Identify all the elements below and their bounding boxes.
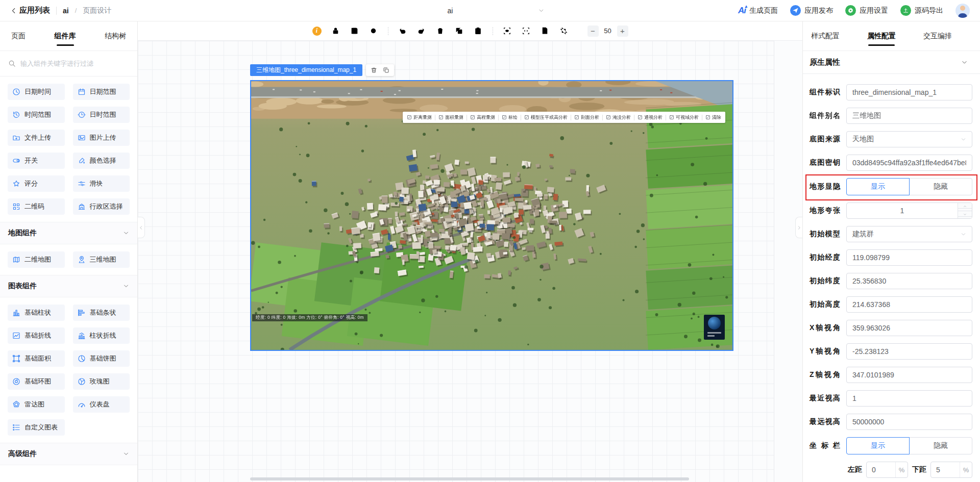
component-item-基础环图[interactable]: 基础环图	[8, 373, 65, 390]
初始模型-select[interactable]: 建筑群	[846, 226, 972, 242]
component-item-时间范围[interactable]: 时间范围	[8, 107, 65, 123]
component-item-自定义图表[interactable]: 自定义图表	[8, 419, 65, 436]
crop-icon[interactable]	[559, 27, 569, 36]
component-item-基础折线[interactable]: 基础折线	[8, 327, 65, 344]
component-item-图片上传[interactable]: 图片上传	[73, 130, 130, 146]
component-item-行政区选择[interactable]: 行政区选择	[73, 198, 130, 215]
bottom-offset-input[interactable]: 5%	[930, 462, 972, 478]
Z轴视角-input[interactable]	[852, 371, 966, 379]
redo-icon[interactable]	[417, 27, 426, 36]
map-tool-通视分析[interactable]: 通视分析	[634, 114, 666, 121]
step-up-icon[interactable]	[958, 203, 972, 211]
组件别名-input[interactable]	[852, 112, 966, 120]
component-chip[interactable]: 三维地图_three_dimensional_map_1	[250, 64, 362, 76]
component-item-雷达图[interactable]: 雷达图	[8, 396, 65, 413]
three-dimensional-map-component[interactable]: 距离量测面积量测高程量测标绘模型压平或高分析剖面分析淹没分析通视分析可视域分析清…	[250, 80, 733, 351]
back-button[interactable]: 应用列表	[10, 6, 50, 15]
delete-component-icon[interactable]	[371, 67, 377, 73]
undo-icon[interactable]	[398, 27, 407, 36]
map-tool-清除[interactable]: 清除	[702, 114, 724, 121]
初始经度-input[interactable]	[852, 253, 966, 262]
generate-page-button[interactable]: Ai▲生成页面	[738, 6, 778, 16]
step-down-icon[interactable]	[958, 211, 972, 219]
lock-icon[interactable]	[331, 27, 340, 36]
component-item-日期时间[interactable]: 日期时间	[8, 84, 65, 100]
component-item-柱状折线[interactable]: 柱状折线	[73, 327, 130, 344]
map-tool-高程量测[interactable]: 高程量测	[467, 114, 498, 121]
最近视高-input[interactable]	[852, 394, 966, 402]
最远视高-input[interactable]	[852, 418, 966, 426]
坐标栏-option-显示[interactable]: 显示	[846, 437, 910, 454]
sidebar-tab-结构树[interactable]: 结构树	[105, 21, 126, 50]
component-item-日时范围[interactable]: 日时范围	[73, 107, 130, 123]
component-item-仪表盘[interactable]: 仪表盘	[73, 396, 130, 413]
field-row-初始纬度: 初始纬度	[810, 273, 972, 289]
group-header-图表组件[interactable]: 图表组件	[0, 275, 137, 297]
component-item-二维码[interactable]: 二维码	[8, 198, 65, 215]
component-item-滑块[interactable]: 滑块	[73, 175, 130, 192]
left-offset-input[interactable]: 0%	[866, 462, 908, 478]
map-tool-面积量测[interactable]: 面积量测	[435, 114, 467, 121]
map-tool-标绘[interactable]: 标绘	[499, 114, 521, 121]
export-source-button[interactable]: 源码导出	[900, 5, 943, 16]
info-icon[interactable]: i	[312, 27, 322, 36]
zoom-out-button[interactable]: −	[587, 26, 599, 37]
component-item-文件上传[interactable]: 文件上传	[8, 130, 65, 146]
地形夸张-stepper[interactable]: 1	[846, 202, 972, 219]
map-overview-widget[interactable]	[704, 315, 725, 340]
初始高度-input[interactable]	[852, 300, 966, 309]
坐标栏-option-隐藏[interactable]: 隐藏	[909, 437, 972, 454]
map-tool-模型压平或高分析[interactable]: 模型压平或高分析	[521, 114, 571, 121]
copy-component-icon[interactable]	[383, 67, 389, 73]
native-props-section-header[interactable]: 原生属性	[803, 51, 980, 73]
map-tool-可视域分析[interactable]: 可视域分析	[666, 114, 702, 121]
expand-panel-tab[interactable]	[795, 217, 802, 238]
map-tool-剖面分析[interactable]: 剖面分析	[571, 114, 602, 121]
trash-icon[interactable]	[436, 27, 445, 36]
code-icon[interactable]	[522, 27, 531, 36]
map-tool-淹没分析[interactable]: 淹没分析	[603, 114, 634, 121]
component-item-玫瑰图[interactable]: 玫瑰图	[73, 373, 130, 390]
component-item-基础面积[interactable]: 基础面积	[8, 350, 65, 367]
组件标识-input[interactable]	[852, 88, 966, 96]
component-item-日期范围[interactable]: 日期范围	[73, 84, 130, 100]
地形显隐-option-显示[interactable]: 显示	[846, 178, 910, 195]
component-item-开关[interactable]: 开关	[8, 153, 65, 169]
Y轴视角-input[interactable]	[852, 347, 966, 356]
search-input[interactable]	[20, 60, 129, 67]
底图密钥-input[interactable]	[852, 159, 966, 167]
publish-app-button[interactable]: 应用发布	[790, 5, 833, 16]
component-item-基础饼图[interactable]: 基础饼图	[73, 350, 130, 367]
group-header-高级组件[interactable]: 高级组件	[0, 443, 137, 465]
group-header-地图组件[interactable]: 地图组件	[0, 222, 137, 244]
user-avatar[interactable]	[955, 4, 970, 18]
component-item-评分[interactable]: 评分	[8, 175, 65, 192]
map-tool-距离量测[interactable]: 距离量测	[404, 114, 435, 121]
地形显隐-option-隐藏[interactable]: 隐藏	[909, 178, 972, 195]
copy-icon[interactable]	[455, 27, 464, 36]
page-select[interactable]: ai	[447, 0, 544, 21]
component-item-颜色选择[interactable]: 颜色选择	[73, 153, 130, 169]
sidebar-tab-组件库[interactable]: 组件库	[55, 21, 76, 50]
page-export-icon[interactable]	[541, 27, 550, 36]
sidebar-tab-页面[interactable]: 页面	[11, 21, 26, 50]
locate-icon[interactable]	[369, 27, 378, 36]
panel-tab-属性配置[interactable]: 属性配置	[867, 21, 896, 50]
component-item-二维地图[interactable]: 二维地图	[8, 251, 65, 268]
horizontal-scrollbar[interactable]	[250, 477, 689, 480]
preview-icon[interactable]	[503, 27, 512, 36]
app-settings-button[interactable]: 应用设置	[845, 5, 888, 16]
panel-tab-交互编排[interactable]: 交互编排	[923, 21, 952, 50]
breadcrumb-app[interactable]: ai	[63, 7, 69, 15]
X轴视角-input[interactable]	[852, 324, 966, 332]
component-item-基础条状[interactable]: 基础条状	[73, 305, 130, 321]
zoom-in-button[interactable]: +	[617, 26, 628, 37]
paste-icon[interactable]	[474, 27, 483, 36]
初始纬度-input[interactable]	[852, 277, 966, 285]
collapse-sidebar-tab[interactable]	[138, 217, 145, 238]
save-icon[interactable]	[350, 27, 359, 36]
component-item-三维地图[interactable]: 三维地图	[73, 251, 130, 268]
底图来源-select[interactable]: 天地图	[846, 131, 972, 147]
component-item-基础柱状[interactable]: 基础柱状	[8, 305, 65, 321]
panel-tab-样式配置[interactable]: 样式配置	[811, 21, 840, 50]
